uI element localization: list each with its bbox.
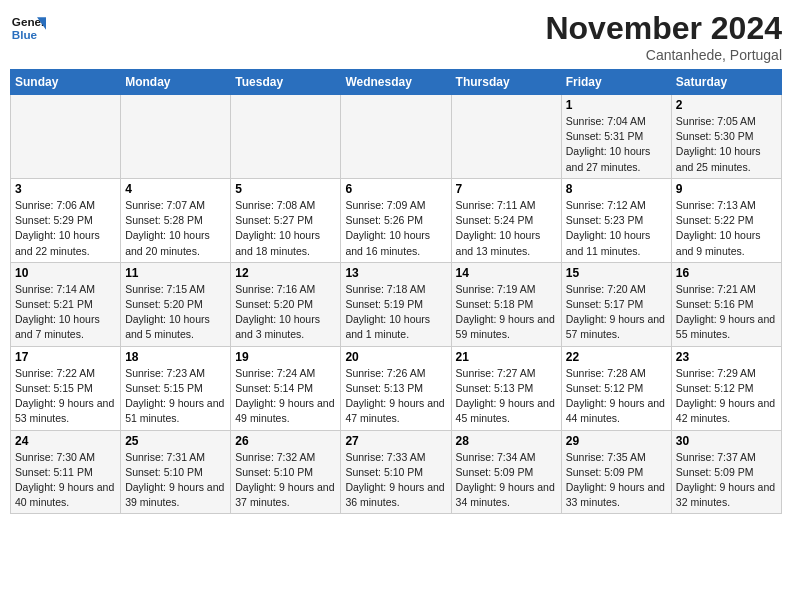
day-number: 4	[125, 182, 226, 196]
calendar-week-row: 17Sunrise: 7:22 AM Sunset: 5:15 PM Dayli…	[11, 346, 782, 430]
calendar-week-row: 3Sunrise: 7:06 AM Sunset: 5:29 PM Daylig…	[11, 178, 782, 262]
day-info: Sunrise: 7:23 AM Sunset: 5:15 PM Dayligh…	[125, 366, 226, 427]
day-number: 1	[566, 98, 667, 112]
day-number: 25	[125, 434, 226, 448]
day-info: Sunrise: 7:14 AM Sunset: 5:21 PM Dayligh…	[15, 282, 116, 343]
day-info: Sunrise: 7:26 AM Sunset: 5:13 PM Dayligh…	[345, 366, 446, 427]
day-number: 28	[456, 434, 557, 448]
day-info: Sunrise: 7:19 AM Sunset: 5:18 PM Dayligh…	[456, 282, 557, 343]
calendar-cell: 27Sunrise: 7:33 AM Sunset: 5:10 PM Dayli…	[341, 430, 451, 514]
day-number: 6	[345, 182, 446, 196]
calendar-cell: 4Sunrise: 7:07 AM Sunset: 5:28 PM Daylig…	[121, 178, 231, 262]
day-number: 9	[676, 182, 777, 196]
calendar-cell: 26Sunrise: 7:32 AM Sunset: 5:10 PM Dayli…	[231, 430, 341, 514]
calendar-cell: 28Sunrise: 7:34 AM Sunset: 5:09 PM Dayli…	[451, 430, 561, 514]
day-info: Sunrise: 7:20 AM Sunset: 5:17 PM Dayligh…	[566, 282, 667, 343]
day-info: Sunrise: 7:34 AM Sunset: 5:09 PM Dayligh…	[456, 450, 557, 511]
logo-icon: General Blue	[10, 10, 46, 46]
day-number: 23	[676, 350, 777, 364]
calendar-week-row: 24Sunrise: 7:30 AM Sunset: 5:11 PM Dayli…	[11, 430, 782, 514]
day-number: 30	[676, 434, 777, 448]
day-number: 2	[676, 98, 777, 112]
day-number: 3	[15, 182, 116, 196]
day-info: Sunrise: 7:12 AM Sunset: 5:23 PM Dayligh…	[566, 198, 667, 259]
day-number: 22	[566, 350, 667, 364]
month-title: November 2024	[545, 10, 782, 47]
day-number: 24	[15, 434, 116, 448]
day-number: 13	[345, 266, 446, 280]
calendar-cell: 29Sunrise: 7:35 AM Sunset: 5:09 PM Dayli…	[561, 430, 671, 514]
day-info: Sunrise: 7:24 AM Sunset: 5:14 PM Dayligh…	[235, 366, 336, 427]
day-info: Sunrise: 7:15 AM Sunset: 5:20 PM Dayligh…	[125, 282, 226, 343]
day-number: 15	[566, 266, 667, 280]
day-info: Sunrise: 7:04 AM Sunset: 5:31 PM Dayligh…	[566, 114, 667, 175]
calendar-cell: 14Sunrise: 7:19 AM Sunset: 5:18 PM Dayli…	[451, 262, 561, 346]
calendar-cell: 22Sunrise: 7:28 AM Sunset: 5:12 PM Dayli…	[561, 346, 671, 430]
calendar-cell: 1Sunrise: 7:04 AM Sunset: 5:31 PM Daylig…	[561, 95, 671, 179]
day-info: Sunrise: 7:28 AM Sunset: 5:12 PM Dayligh…	[566, 366, 667, 427]
weekday-header-saturday: Saturday	[671, 70, 781, 95]
day-info: Sunrise: 7:09 AM Sunset: 5:26 PM Dayligh…	[345, 198, 446, 259]
day-info: Sunrise: 7:16 AM Sunset: 5:20 PM Dayligh…	[235, 282, 336, 343]
day-info: Sunrise: 7:11 AM Sunset: 5:24 PM Dayligh…	[456, 198, 557, 259]
calendar-cell: 25Sunrise: 7:31 AM Sunset: 5:10 PM Dayli…	[121, 430, 231, 514]
day-info: Sunrise: 7:33 AM Sunset: 5:10 PM Dayligh…	[345, 450, 446, 511]
day-number: 21	[456, 350, 557, 364]
title-block: November 2024 Cantanhede, Portugal	[545, 10, 782, 63]
calendar-cell: 23Sunrise: 7:29 AM Sunset: 5:12 PM Dayli…	[671, 346, 781, 430]
weekday-header-tuesday: Tuesday	[231, 70, 341, 95]
day-info: Sunrise: 7:18 AM Sunset: 5:19 PM Dayligh…	[345, 282, 446, 343]
svg-text:Blue: Blue	[12, 28, 38, 41]
calendar-cell: 12Sunrise: 7:16 AM Sunset: 5:20 PM Dayli…	[231, 262, 341, 346]
day-number: 11	[125, 266, 226, 280]
day-info: Sunrise: 7:29 AM Sunset: 5:12 PM Dayligh…	[676, 366, 777, 427]
calendar-cell: 20Sunrise: 7:26 AM Sunset: 5:13 PM Dayli…	[341, 346, 451, 430]
calendar-header: SundayMondayTuesdayWednesdayThursdayFrid…	[11, 70, 782, 95]
day-number: 14	[456, 266, 557, 280]
calendar-cell: 3Sunrise: 7:06 AM Sunset: 5:29 PM Daylig…	[11, 178, 121, 262]
calendar-cell: 11Sunrise: 7:15 AM Sunset: 5:20 PM Dayli…	[121, 262, 231, 346]
day-number: 12	[235, 266, 336, 280]
calendar-cell	[121, 95, 231, 179]
day-number: 27	[345, 434, 446, 448]
day-number: 8	[566, 182, 667, 196]
day-number: 16	[676, 266, 777, 280]
calendar-cell: 9Sunrise: 7:13 AM Sunset: 5:22 PM Daylig…	[671, 178, 781, 262]
calendar-table: SundayMondayTuesdayWednesdayThursdayFrid…	[10, 69, 782, 514]
day-number: 10	[15, 266, 116, 280]
day-number: 20	[345, 350, 446, 364]
weekday-header-sunday: Sunday	[11, 70, 121, 95]
calendar-cell: 21Sunrise: 7:27 AM Sunset: 5:13 PM Dayli…	[451, 346, 561, 430]
day-number: 17	[15, 350, 116, 364]
calendar-cell: 19Sunrise: 7:24 AM Sunset: 5:14 PM Dayli…	[231, 346, 341, 430]
calendar-cell: 13Sunrise: 7:18 AM Sunset: 5:19 PM Dayli…	[341, 262, 451, 346]
day-number: 7	[456, 182, 557, 196]
calendar-cell: 5Sunrise: 7:08 AM Sunset: 5:27 PM Daylig…	[231, 178, 341, 262]
day-info: Sunrise: 7:30 AM Sunset: 5:11 PM Dayligh…	[15, 450, 116, 511]
calendar-cell	[451, 95, 561, 179]
calendar-cell: 6Sunrise: 7:09 AM Sunset: 5:26 PM Daylig…	[341, 178, 451, 262]
weekday-header-monday: Monday	[121, 70, 231, 95]
calendar-cell: 10Sunrise: 7:14 AM Sunset: 5:21 PM Dayli…	[11, 262, 121, 346]
weekday-header-row: SundayMondayTuesdayWednesdayThursdayFrid…	[11, 70, 782, 95]
calendar-week-row: 10Sunrise: 7:14 AM Sunset: 5:21 PM Dayli…	[11, 262, 782, 346]
page-header: General Blue November 2024 Cantanhede, P…	[10, 10, 782, 63]
calendar-cell: 18Sunrise: 7:23 AM Sunset: 5:15 PM Dayli…	[121, 346, 231, 430]
day-info: Sunrise: 7:27 AM Sunset: 5:13 PM Dayligh…	[456, 366, 557, 427]
calendar-cell	[231, 95, 341, 179]
day-info: Sunrise: 7:07 AM Sunset: 5:28 PM Dayligh…	[125, 198, 226, 259]
day-number: 18	[125, 350, 226, 364]
calendar-cell: 30Sunrise: 7:37 AM Sunset: 5:09 PM Dayli…	[671, 430, 781, 514]
day-info: Sunrise: 7:05 AM Sunset: 5:30 PM Dayligh…	[676, 114, 777, 175]
calendar-cell: 24Sunrise: 7:30 AM Sunset: 5:11 PM Dayli…	[11, 430, 121, 514]
weekday-header-thursday: Thursday	[451, 70, 561, 95]
calendar-cell: 8Sunrise: 7:12 AM Sunset: 5:23 PM Daylig…	[561, 178, 671, 262]
day-number: 29	[566, 434, 667, 448]
day-info: Sunrise: 7:21 AM Sunset: 5:16 PM Dayligh…	[676, 282, 777, 343]
location-subtitle: Cantanhede, Portugal	[545, 47, 782, 63]
calendar-cell: 7Sunrise: 7:11 AM Sunset: 5:24 PM Daylig…	[451, 178, 561, 262]
calendar-body: 1Sunrise: 7:04 AM Sunset: 5:31 PM Daylig…	[11, 95, 782, 514]
day-info: Sunrise: 7:13 AM Sunset: 5:22 PM Dayligh…	[676, 198, 777, 259]
calendar-cell	[341, 95, 451, 179]
day-info: Sunrise: 7:32 AM Sunset: 5:10 PM Dayligh…	[235, 450, 336, 511]
